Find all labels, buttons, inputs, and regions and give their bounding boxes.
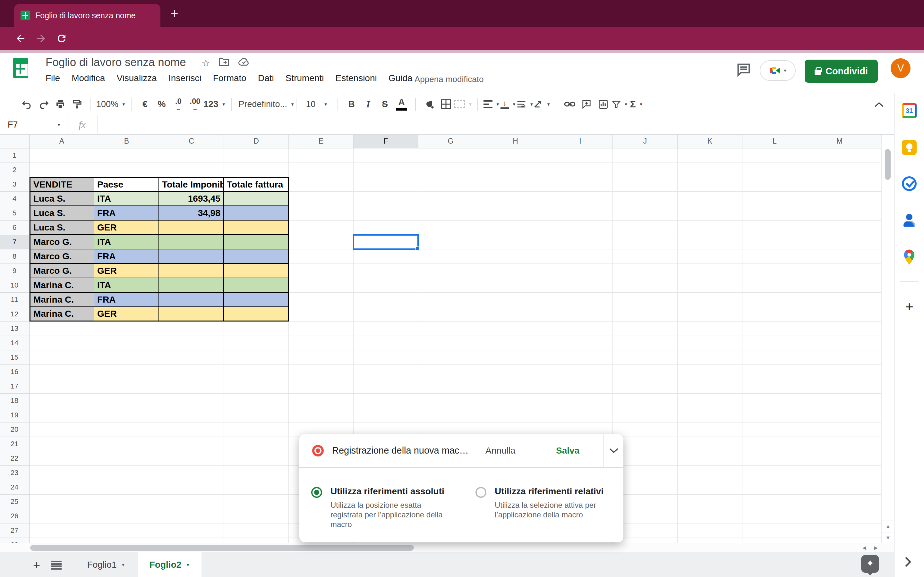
cell-I10[interactable] (548, 278, 613, 293)
fill-handle[interactable] (415, 247, 420, 251)
cell-C19[interactable] (159, 408, 224, 422)
cell-H19[interactable] (483, 408, 548, 422)
macro-option-relative[interactable]: Utilizza riferimenti relativiUtilizza la… (475, 486, 606, 520)
cell-partial[interactable] (872, 394, 881, 408)
cell-H1[interactable] (483, 148, 548, 163)
cell-F5[interactable] (354, 206, 418, 221)
cell-M18[interactable] (807, 394, 872, 408)
cell-E18[interactable] (289, 394, 354, 408)
last-edit-status[interactable]: Appena modificato (415, 74, 483, 84)
cell-M23[interactable] (807, 466, 872, 480)
row-header-4[interactable]: 4 (0, 192, 29, 206)
cell-F2[interactable] (354, 163, 418, 177)
cell-C22[interactable] (159, 451, 224, 466)
cell-K26[interactable] (678, 509, 742, 524)
column-header-G[interactable]: G (418, 135, 483, 148)
cell-D12[interactable] (224, 307, 289, 322)
cell-J1[interactable] (613, 148, 678, 163)
cell-C17[interactable] (159, 379, 224, 394)
row-header-18[interactable]: 18 (0, 394, 29, 408)
cell-J7[interactable] (613, 235, 678, 250)
cell-F3[interactable] (354, 177, 418, 192)
cell-L3[interactable] (742, 177, 807, 192)
cell-D6[interactable] (224, 221, 289, 235)
cell-C9[interactable] (159, 264, 224, 278)
get-addons-icon[interactable]: + (905, 299, 913, 315)
cell-E10[interactable] (289, 278, 354, 293)
cell-C16[interactable] (159, 365, 224, 379)
cell-C21[interactable] (159, 437, 224, 451)
more-formats-button[interactable]: 123 (204, 95, 226, 113)
cell-K8[interactable] (678, 250, 742, 264)
cell-partial[interactable] (872, 264, 881, 278)
sheets-logo-icon[interactable] (13, 58, 28, 78)
cell-L2[interactable] (742, 163, 807, 177)
cell-H18[interactable] (483, 394, 548, 408)
cell-L6[interactable] (742, 221, 807, 235)
cell-I14[interactable] (548, 336, 613, 350)
cell-E19[interactable] (289, 408, 354, 422)
cell-H3[interactable] (483, 177, 548, 192)
cell-E2[interactable] (289, 163, 354, 177)
horizontal-scrollbar[interactable]: ◀ ▶ (0, 543, 894, 552)
tasks-icon[interactable] (902, 176, 917, 191)
cell-partial[interactable] (872, 408, 881, 422)
radio-unselected-icon[interactable] (475, 487, 486, 498)
cell-partial[interactable] (872, 538, 881, 543)
cell-B19[interactable] (94, 408, 159, 422)
cell-C25[interactable] (159, 495, 224, 509)
row-header-20[interactable]: 20 (0, 422, 29, 437)
calendar-icon[interactable]: 31 (902, 103, 917, 118)
vertical-scrollbar[interactable]: ▲ ▼ (881, 135, 894, 543)
row-header-14[interactable]: 14 (0, 336, 29, 350)
cell-B24[interactable] (94, 480, 159, 495)
star-icon[interactable]: ☆ (202, 57, 210, 69)
cell-J2[interactable] (613, 163, 678, 177)
cell-L19[interactable] (742, 408, 807, 422)
cell-J19[interactable] (613, 408, 678, 422)
cell-M11[interactable] (807, 293, 872, 307)
cell-D10[interactable] (224, 278, 289, 293)
row-header-1[interactable]: 1 (0, 148, 29, 163)
cell-L16[interactable] (742, 365, 807, 379)
format-percent-button[interactable]: % (153, 95, 170, 113)
cell-M14[interactable] (807, 336, 872, 350)
cell-A15[interactable] (29, 350, 94, 365)
cell-L12[interactable] (742, 307, 807, 322)
cell-B4[interactable]: ITA (94, 192, 159, 206)
row-header-11[interactable]: 11 (0, 293, 29, 307)
cell-J18[interactable] (613, 394, 678, 408)
cell-M12[interactable] (807, 307, 872, 322)
cell-L15[interactable] (742, 350, 807, 365)
cell-F13[interactable] (354, 322, 418, 336)
cell-B27[interactable] (94, 524, 159, 538)
cell-B21[interactable] (94, 437, 159, 451)
cell-J12[interactable] (613, 307, 678, 322)
cell-partial[interactable] (872, 322, 881, 336)
cell-B3[interactable]: Paese (94, 177, 159, 192)
menu-inserisci[interactable]: Inserisci (168, 73, 202, 83)
cell-F14[interactable] (354, 336, 418, 350)
cell-A11[interactable]: Marina C. (29, 293, 94, 307)
cell-J6[interactable] (613, 221, 678, 235)
menu-formato[interactable]: Formato (213, 73, 246, 83)
cell-I16[interactable] (548, 365, 613, 379)
cell-G5[interactable] (418, 206, 483, 221)
cell-D17[interactable] (224, 379, 289, 394)
cell-D20[interactable] (224, 422, 289, 437)
cell-B15[interactable] (94, 350, 159, 365)
cell-L5[interactable] (742, 206, 807, 221)
cell-K13[interactable] (678, 322, 742, 336)
cell-partial[interactable] (872, 221, 881, 235)
cell-partial[interactable] (872, 422, 881, 437)
cell-I2[interactable] (548, 163, 613, 177)
cell-B18[interactable] (94, 394, 159, 408)
cell-partial[interactable] (872, 192, 881, 206)
column-header-J[interactable]: J (613, 135, 678, 148)
cell-I17[interactable] (548, 379, 613, 394)
cell-B17[interactable] (94, 379, 159, 394)
cell-H6[interactable] (483, 221, 548, 235)
cell-C27[interactable] (159, 524, 224, 538)
cell-H14[interactable] (483, 336, 548, 350)
paint-format-button[interactable] (69, 95, 86, 113)
